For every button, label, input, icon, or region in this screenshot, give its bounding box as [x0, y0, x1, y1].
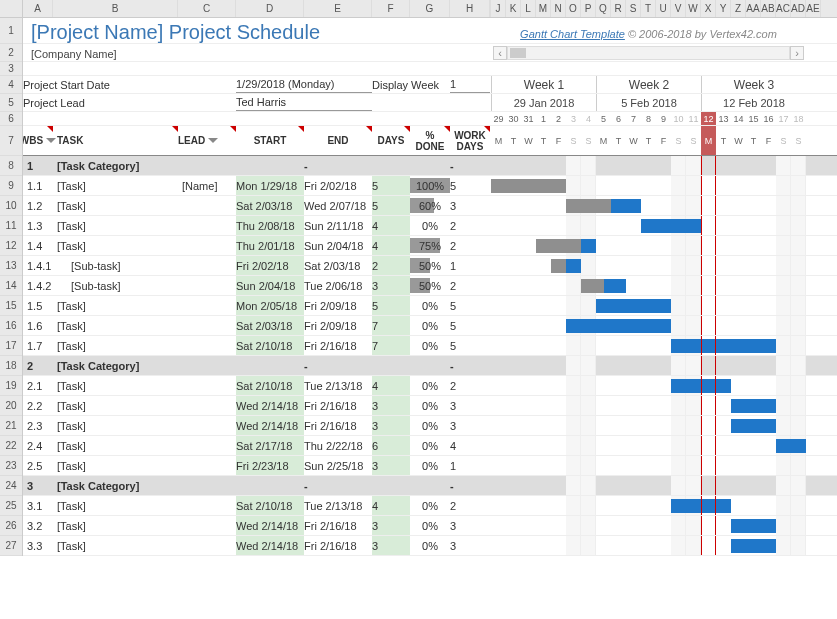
- start-cell[interactable]: Mon 2/05/18: [236, 296, 304, 315]
- work-days-cell[interactable]: 3: [450, 196, 490, 215]
- task-cell[interactable]: [Task]: [53, 496, 178, 515]
- task-cell[interactable]: [Sub-task]: [53, 276, 178, 295]
- wbs-cell[interactable]: 2.4: [23, 436, 53, 455]
- pct-done-cell[interactable]: [410, 156, 450, 175]
- task-row[interactable]: 2.5[Task]Fri 2/23/18Sun 2/25/1830%1: [23, 456, 837, 476]
- days-cell[interactable]: [372, 156, 410, 175]
- start-cell[interactable]: Fri 2/23/18: [236, 456, 304, 475]
- col-header[interactable]: X: [701, 0, 716, 17]
- end-cell[interactable]: -: [304, 476, 372, 495]
- days-cell[interactable]: 5: [372, 176, 410, 195]
- lead-cell[interactable]: [178, 476, 236, 495]
- task-cell[interactable]: [Task Category]: [53, 356, 178, 375]
- row-header[interactable]: 23: [0, 456, 22, 476]
- row-header[interactable]: 7: [0, 126, 22, 156]
- task-cell[interactable]: [Task Category]: [53, 156, 178, 175]
- column-header-work[interactable]: WORK DAYS: [450, 126, 490, 155]
- end-cell[interactable]: Fri 2/02/18: [304, 176, 372, 195]
- start-cell[interactable]: Wed 2/14/18: [236, 396, 304, 415]
- column-header-days[interactable]: DAYS: [372, 126, 410, 155]
- days-cell[interactable]: 5: [372, 196, 410, 215]
- wbs-cell[interactable]: 2.5: [23, 456, 53, 475]
- lead-cell[interactable]: [178, 256, 236, 275]
- col-header[interactable]: U: [656, 0, 671, 17]
- start-cell[interactable]: Sun 2/04/18: [236, 276, 304, 295]
- task-row[interactable]: 3.3[Task]Wed 2/14/18Fri 2/16/1830%3: [23, 536, 837, 556]
- gantt-bar[interactable]: [731, 399, 776, 413]
- pct-done-cell[interactable]: 0%: [410, 396, 450, 415]
- column-header-start[interactable]: START: [236, 126, 304, 155]
- pct-done-cell[interactable]: 0%: [410, 336, 450, 355]
- wbs-cell[interactable]: 1.5: [23, 296, 53, 315]
- pct-done-cell[interactable]: 0%: [410, 296, 450, 315]
- task-cell[interactable]: [Task]: [53, 516, 178, 535]
- col-header[interactable]: Z: [731, 0, 746, 17]
- lead-cell[interactable]: [178, 536, 236, 555]
- end-cell[interactable]: Sun 2/11/18: [304, 216, 372, 235]
- days-cell[interactable]: 3: [372, 536, 410, 555]
- column-header-wbs[interactable]: WBS: [23, 126, 53, 155]
- project-start-date-value[interactable]: 1/29/2018 (Monday): [236, 76, 372, 93]
- work-days-cell[interactable]: 5: [450, 176, 490, 195]
- start-cell[interactable]: Thu 2/01/18: [236, 236, 304, 255]
- end-cell[interactable]: Thu 2/22/18: [304, 436, 372, 455]
- company-name[interactable]: [Company Name]: [23, 44, 491, 61]
- wbs-cell[interactable]: 1.4.2: [23, 276, 53, 295]
- gantt-bar[interactable]: [776, 439, 806, 453]
- pct-done-cell[interactable]: 75%: [410, 236, 450, 255]
- end-cell[interactable]: -: [304, 156, 372, 175]
- end-cell[interactable]: Sat 2/03/18: [304, 256, 372, 275]
- task-row[interactable]: 1.4.1[Sub-task]Fri 2/02/18Sat 2/03/18250…: [23, 256, 837, 276]
- wbs-cell[interactable]: 1.2: [23, 196, 53, 215]
- row-header[interactable]: 22: [0, 436, 22, 456]
- col-header[interactable]: B: [53, 0, 178, 17]
- task-cell[interactable]: [Task]: [53, 376, 178, 395]
- wbs-cell[interactable]: 1.1: [23, 176, 53, 195]
- start-cell[interactable]: Mon 1/29/18: [236, 176, 304, 195]
- row-header[interactable]: 11: [0, 216, 22, 236]
- row-header[interactable]: 24: [0, 476, 22, 496]
- task-cell[interactable]: [Task]: [53, 176, 178, 195]
- days-cell[interactable]: 4: [372, 216, 410, 235]
- col-header[interactable]: A: [23, 0, 53, 17]
- scroll-right-button[interactable]: ›: [790, 46, 804, 60]
- col-header[interactable]: AD: [791, 0, 806, 17]
- col-header[interactable]: C: [178, 0, 236, 17]
- work-days-cell[interactable]: 2: [450, 216, 490, 235]
- start-cell[interactable]: [236, 356, 304, 375]
- template-link[interactable]: Gantt Chart Template: [520, 28, 625, 40]
- work-days-cell[interactable]: 1: [450, 456, 490, 475]
- column-header-task[interactable]: TASK: [53, 126, 178, 155]
- end-cell[interactable]: Tue 2/06/18: [304, 276, 372, 295]
- gantt-bar[interactable]: [596, 299, 671, 313]
- row-header[interactable]: 4: [0, 76, 22, 94]
- start-cell[interactable]: Fri 2/02/18: [236, 256, 304, 275]
- work-days-cell[interactable]: 2: [450, 276, 490, 295]
- sort-dropdown-icon[interactable]: [208, 138, 218, 143]
- work-days-cell[interactable]: -: [450, 156, 490, 175]
- start-cell[interactable]: [236, 476, 304, 495]
- wbs-cell[interactable]: 3.1: [23, 496, 53, 515]
- end-cell[interactable]: Fri 2/09/18: [304, 316, 372, 335]
- wbs-cell[interactable]: 2: [23, 356, 53, 375]
- wbs-cell[interactable]: 3: [23, 476, 53, 495]
- gantt-scrollbar[interactable]: ‹›: [491, 46, 806, 60]
- wbs-cell[interactable]: 3.3: [23, 536, 53, 555]
- col-header[interactable]: Q: [596, 0, 611, 17]
- wbs-cell[interactable]: 2.1: [23, 376, 53, 395]
- pct-done-cell[interactable]: 0%: [410, 216, 450, 235]
- days-cell[interactable]: 2: [372, 256, 410, 275]
- row-header[interactable]: 12: [0, 236, 22, 256]
- task-row[interactable]: 1.4.2[Sub-task]Sun 2/04/18Tue 2/06/18350…: [23, 276, 837, 296]
- category-row[interactable]: 1[Task Category]--: [23, 156, 837, 176]
- task-cell[interactable]: [Task]: [53, 196, 178, 215]
- row-header[interactable]: 6: [0, 112, 22, 126]
- col-header[interactable]: T: [641, 0, 656, 17]
- row-header[interactable]: 16: [0, 316, 22, 336]
- days-cell[interactable]: 3: [372, 456, 410, 475]
- start-cell[interactable]: Wed 2/14/18: [236, 416, 304, 435]
- work-days-cell[interactable]: 2: [450, 236, 490, 255]
- col-header[interactable]: AE: [806, 0, 821, 17]
- lead-cell[interactable]: [178, 416, 236, 435]
- task-row[interactable]: 1.2[Task]Sat 2/03/18Wed 2/07/18560%3: [23, 196, 837, 216]
